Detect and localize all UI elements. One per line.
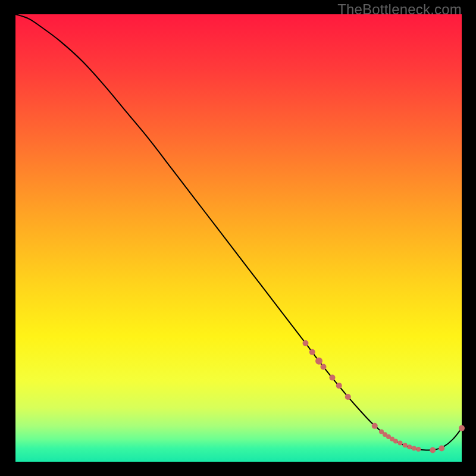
highlight-point [403, 443, 408, 447]
highlight-points-group [303, 340, 465, 453]
highlight-point [336, 383, 342, 389]
highlight-point [330, 375, 336, 381]
highlight-point [309, 349, 315, 355]
highlight-point [412, 446, 416, 450]
highlight-point [439, 445, 444, 451]
highlight-point [372, 423, 378, 429]
highlight-point [416, 447, 421, 452]
highlight-point [407, 444, 412, 449]
chart-svg [15, 14, 462, 462]
chart-container: TheBottleneck.com [0, 0, 476, 476]
highlight-point [398, 440, 403, 445]
plot-area [15, 14, 462, 462]
highlight-point [321, 364, 327, 370]
highlight-point [393, 439, 398, 443]
bottleneck-curve-line [15, 14, 462, 450]
highlight-point [430, 447, 436, 453]
highlight-point [459, 425, 465, 431]
highlight-point [315, 358, 322, 365]
highlight-point [345, 394, 351, 400]
highlight-point [303, 340, 309, 346]
